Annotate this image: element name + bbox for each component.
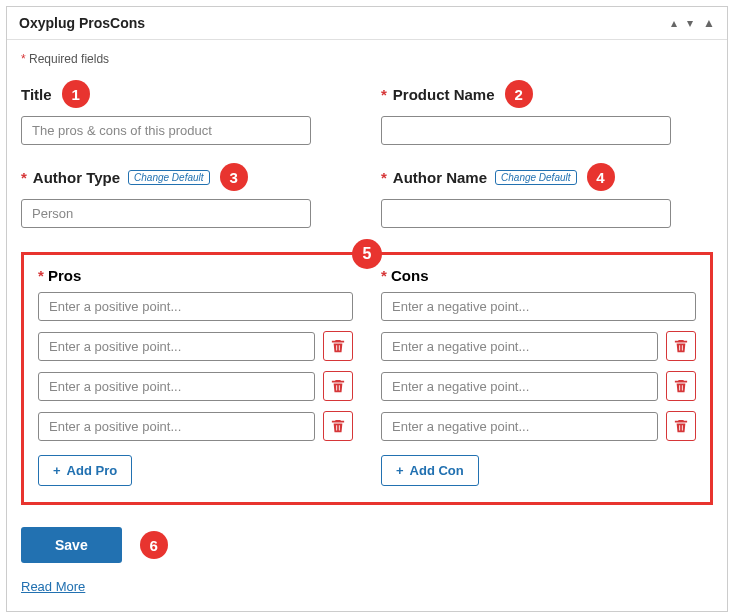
- proscons-container: 5 * Pros: [21, 252, 713, 505]
- pro-input[interactable]: [38, 332, 315, 361]
- required-fields-note: * Required fields: [21, 52, 713, 66]
- delete-con-button[interactable]: [666, 411, 696, 441]
- add-con-button[interactable]: + Add Con: [381, 455, 479, 486]
- author-type-field-group: * Author Type Change Default 3: [21, 163, 353, 228]
- cons-column: * Cons: [381, 267, 696, 486]
- badge-5: 5: [352, 239, 382, 269]
- read-more-wrapper: Read More: [21, 577, 713, 595]
- con-input[interactable]: [381, 412, 658, 441]
- proscons-grid: * Pros: [38, 267, 696, 486]
- title-label: Title 1: [21, 80, 353, 108]
- panel-header: Oxyplug ProsCons ▴ ▾ ▲: [7, 7, 727, 40]
- trash-icon: [674, 419, 688, 433]
- author-name-field-group: * Author Name Change Default 4: [381, 163, 713, 228]
- con-row: [381, 411, 696, 441]
- product-name-input[interactable]: [381, 116, 671, 145]
- pro-input[interactable]: [38, 372, 315, 401]
- plus-icon: +: [53, 463, 61, 478]
- trash-icon: [674, 379, 688, 393]
- panel-body: * Required fields Title 1 * Product Name…: [7, 40, 727, 611]
- panel-controls: ▴ ▾ ▲: [671, 16, 715, 30]
- pro-row: [38, 411, 353, 441]
- collapse-toggle-icon[interactable]: ▲: [703, 16, 715, 30]
- con-row: [381, 371, 696, 401]
- badge-4: 4: [587, 163, 615, 191]
- trash-icon: [331, 379, 345, 393]
- plus-icon: +: [396, 463, 404, 478]
- footer-row: Save 6: [21, 527, 713, 563]
- pro-input[interactable]: [38, 292, 353, 321]
- trash-icon: [674, 339, 688, 353]
- product-name-field-group: * Product Name 2: [381, 80, 713, 145]
- author-name-change-default[interactable]: Change Default: [495, 170, 577, 185]
- delete-pro-button[interactable]: [323, 331, 353, 361]
- title-input[interactable]: [21, 116, 311, 145]
- panel-title: Oxyplug ProsCons: [19, 15, 145, 31]
- product-name-label: * Product Name 2: [381, 80, 713, 108]
- form-grid: Title 1 * Product Name 2 * Author Type C…: [21, 80, 713, 228]
- badge-6: 6: [140, 531, 168, 559]
- badge-1: 1: [62, 80, 90, 108]
- con-input[interactable]: [381, 372, 658, 401]
- chevron-down-icon[interactable]: ▾: [687, 16, 693, 30]
- pros-column: * Pros: [38, 267, 353, 486]
- trash-icon: [331, 339, 345, 353]
- pro-row: [38, 371, 353, 401]
- pro-row: [38, 292, 353, 321]
- read-more-link[interactable]: Read More: [21, 579, 85, 594]
- pro-input[interactable]: [38, 412, 315, 441]
- trash-icon: [331, 419, 345, 433]
- chevron-up-icon[interactable]: ▴: [671, 16, 677, 30]
- delete-con-button[interactable]: [666, 371, 696, 401]
- author-type-change-default[interactable]: Change Default: [128, 170, 210, 185]
- badge-2: 2: [505, 80, 533, 108]
- add-pro-button[interactable]: + Add Pro: [38, 455, 132, 486]
- save-button[interactable]: Save: [21, 527, 122, 563]
- con-row: [381, 331, 696, 361]
- pro-row: [38, 331, 353, 361]
- author-type-input[interactable]: [21, 199, 311, 228]
- author-type-label: * Author Type Change Default 3: [21, 163, 353, 191]
- author-name-input[interactable]: [381, 199, 671, 228]
- badge-3: 3: [220, 163, 248, 191]
- cons-label: * Cons: [381, 267, 696, 284]
- con-input[interactable]: [381, 292, 696, 321]
- delete-con-button[interactable]: [666, 331, 696, 361]
- title-field-group: Title 1: [21, 80, 353, 145]
- author-name-label: * Author Name Change Default 4: [381, 163, 713, 191]
- oxyplug-panel: Oxyplug ProsCons ▴ ▾ ▲ * Required fields…: [6, 6, 728, 612]
- delete-pro-button[interactable]: [323, 411, 353, 441]
- pros-label: * Pros: [38, 267, 353, 284]
- con-row: [381, 292, 696, 321]
- con-input[interactable]: [381, 332, 658, 361]
- delete-pro-button[interactable]: [323, 371, 353, 401]
